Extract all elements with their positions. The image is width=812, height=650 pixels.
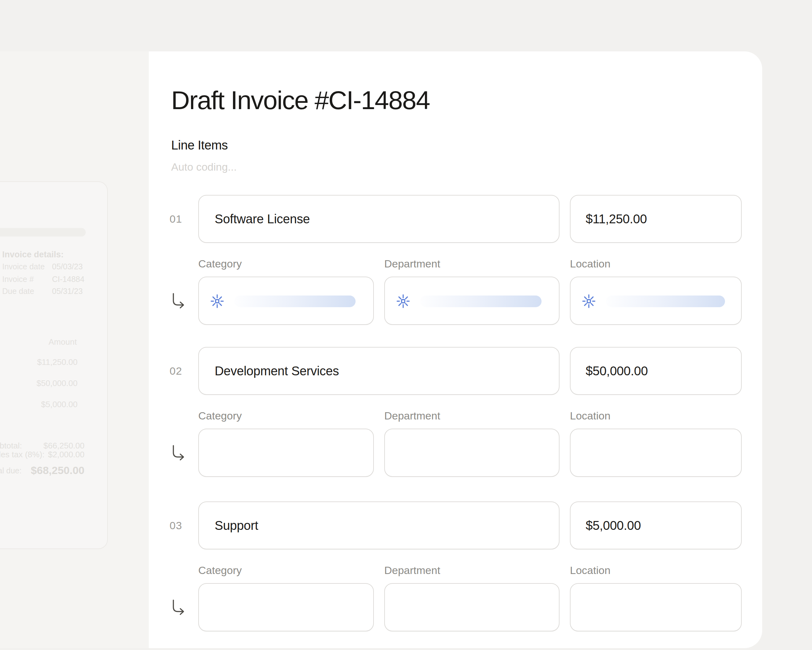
category-select[interactable] [198, 428, 374, 477]
invoice-date-label: Invoice date [2, 262, 45, 271]
loading-shimmer-bar [420, 295, 542, 307]
invoice-number-label: Invoice # [2, 274, 34, 284]
category-label: Category [198, 409, 242, 422]
faded-line-amount: $5,000.00 [41, 399, 78, 409]
line-item-number: 02 [169, 364, 189, 378]
location-select[interactable] [570, 583, 742, 632]
sparkle-loading-icon [581, 294, 597, 309]
background-invoice-document: Invoice details: Invoice date 05/03/23 I… [0, 181, 108, 549]
location-label: Location [570, 564, 611, 577]
sales-tax-label: Sales tax (8%): [0, 450, 44, 459]
department-select[interactable] [384, 277, 560, 325]
category-label: Category [198, 257, 242, 270]
sparkle-loading-icon [210, 294, 225, 309]
line-item-name-text: Support [215, 518, 258, 533]
invoice-details-heading: Invoice details: [2, 249, 64, 260]
line-item-amount-input[interactable]: $11,250.00 [570, 195, 742, 243]
page-title: Draft Invoice #CI-14884 [171, 83, 430, 118]
corner-down-right-arrow-icon [169, 292, 187, 310]
line-item-number: 01 [169, 212, 189, 225]
amount-column-header: Amount [49, 337, 77, 347]
sparkle-loading-icon [395, 294, 411, 309]
category-label: Category [198, 564, 242, 577]
line-item-name-input[interactable]: Development Services [198, 347, 560, 395]
section-title-line-items: Line Items [171, 137, 228, 153]
category-select[interactable] [198, 277, 374, 325]
line-item-amount-input[interactable]: $50,000.00 [570, 347, 742, 395]
loading-shimmer-bar [606, 295, 725, 307]
line-item-amount-text: $11,250.00 [586, 212, 647, 226]
sales-tax-value: $2,000.00 [48, 450, 84, 459]
location-label: Location [570, 409, 611, 422]
line-item-amount-text: $5,000.00 [586, 518, 641, 533]
auto-coding-status: Auto coding... [171, 160, 237, 174]
line-item-name-input[interactable]: Software License [198, 195, 560, 243]
corner-down-right-arrow-icon [169, 444, 187, 462]
line-item-amount-input[interactable]: $5,000.00 [570, 502, 742, 549]
department-select[interactable] [384, 428, 560, 477]
department-label: Department [384, 564, 440, 577]
line-item-name-input[interactable]: Support [198, 502, 560, 549]
faded-shimmer-line [0, 228, 86, 237]
department-label: Department [384, 409, 440, 422]
due-date-label: Due date [2, 286, 34, 296]
location-select[interactable] [570, 428, 742, 477]
faded-line-amount: $50,000.00 [37, 378, 78, 388]
faded-line-amount: $11,250.00 [37, 357, 78, 367]
total-due-value: $68,250.00 [31, 464, 84, 477]
category-select[interactable] [198, 583, 374, 632]
total-due-label: Total due: [0, 466, 21, 475]
loading-shimmer-bar [234, 295, 356, 307]
location-select[interactable] [570, 277, 742, 325]
subtotal-label: Subtotal: [0, 441, 22, 450]
line-item-number: 03 [169, 519, 189, 532]
department-label: Department [384, 257, 440, 270]
line-item-amount-text: $50,000.00 [586, 364, 648, 378]
invoice-number-value: CI-14884 [52, 274, 84, 284]
department-select[interactable] [384, 583, 560, 632]
subtotal-value: $66,250.00 [44, 441, 84, 450]
line-item-name-text: Software License [215, 212, 310, 226]
invoice-date-value: 05/03/23 [52, 262, 82, 271]
line-item-name-text: Development Services [215, 364, 339, 378]
location-label: Location [570, 257, 611, 270]
app-canvas: Invoice details: Invoice date 05/03/23 I… [0, 0, 812, 650]
corner-down-right-arrow-icon [169, 599, 187, 616]
draft-invoice-card: Draft Invoice #CI-14884 Line Items Auto … [149, 51, 762, 648]
due-date-value: 05/31/23 [52, 286, 82, 296]
